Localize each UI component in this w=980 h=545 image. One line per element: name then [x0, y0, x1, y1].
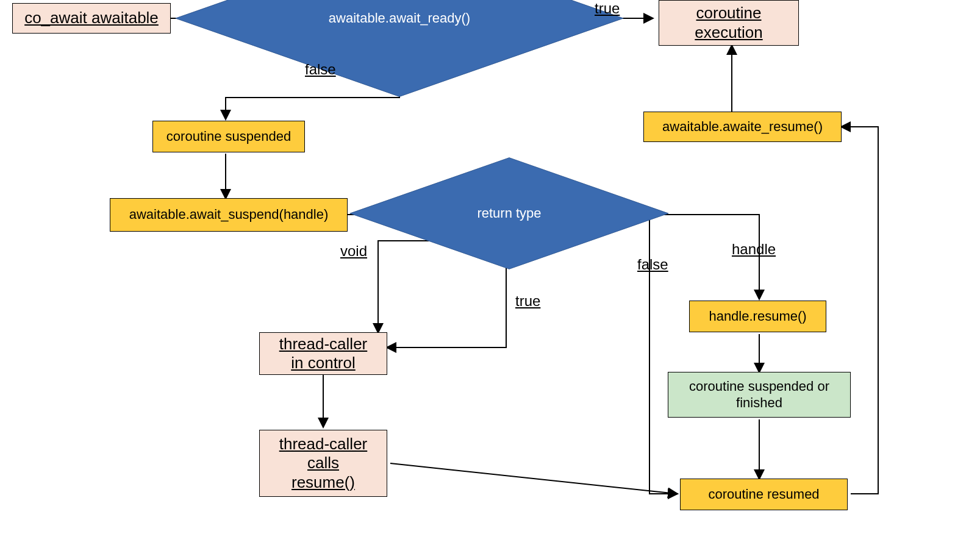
start-co-await: co_await awaitable: [12, 3, 171, 34]
thread-caller-in-control: thread-caller in control: [259, 332, 387, 375]
thread-calls-l2: calls: [307, 454, 339, 472]
edge-label-void: void: [340, 243, 367, 260]
step-await-suspend: awaitable.await_suspend(handle): [110, 198, 348, 232]
svg-line-6: [390, 463, 677, 494]
decision-return-type: return type: [396, 101, 622, 326]
coroutine-execution-l2: execution: [695, 23, 762, 42]
thread-calls-l3: resume(): [291, 473, 355, 492]
edge-label-true-top: true: [595, 0, 620, 17]
suspended-or-finished-l2: finished: [736, 395, 782, 411]
edge-label-false-right: false: [637, 256, 668, 273]
thread-caller-l2: in control: [291, 354, 356, 372]
edge-label-handle: handle: [732, 241, 776, 258]
step-coroutine-resumed: coroutine resumed: [680, 479, 848, 510]
terminal-coroutine-execution: coroutine execution: [659, 0, 799, 46]
edge-label-false-top: false: [305, 61, 336, 78]
step-handle-resume: handle.resume(): [689, 301, 826, 332]
decision-return-type-label: return type: [477, 205, 541, 221]
edge-label-true-mid: true: [515, 293, 540, 310]
thread-calls-l1: thread-caller: [279, 435, 368, 454]
thread-caller-calls-resume: thread-caller calls resume(): [259, 430, 387, 497]
flowchart-stage: co_await awaitable awaitable.await_ready…: [0, 0, 980, 545]
step-suspended-or-finished: coroutine suspended or finished: [668, 372, 851, 418]
thread-caller-l1: thread-caller: [279, 335, 368, 354]
step-await-resume: awaitable.awaite_resume(): [643, 112, 842, 142]
decision-await-ready-label: awaitable.await_ready(): [329, 10, 470, 26]
step-coroutine-suspended: coroutine suspended: [152, 121, 305, 152]
coroutine-execution-l1: coroutine: [696, 4, 762, 23]
suspended-or-finished-l1: coroutine suspended or: [689, 379, 829, 394]
